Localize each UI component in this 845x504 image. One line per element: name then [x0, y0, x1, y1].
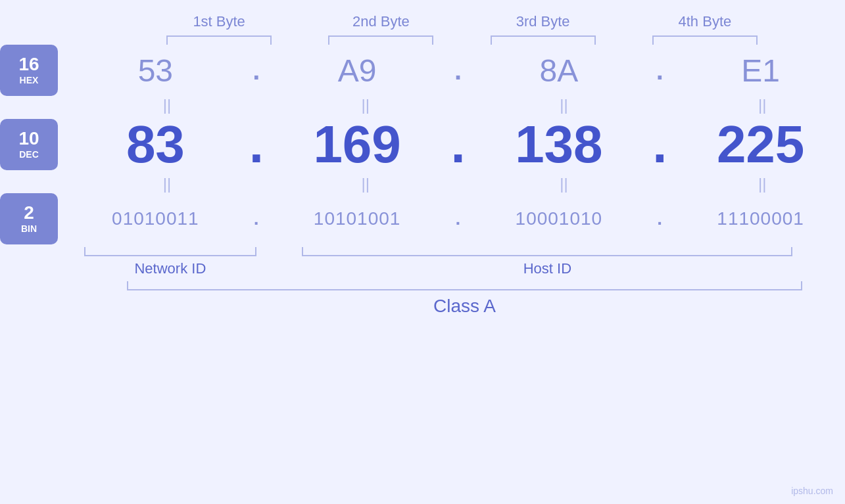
hex-val-3: 8A	[475, 53, 644, 89]
bracket-top-2	[328, 35, 433, 45]
bracket-top-1	[166, 35, 272, 45]
eq2-3: ||	[481, 175, 647, 193]
hex-dot-3: .	[643, 57, 676, 83]
hex-badge: 16 HEX	[0, 45, 58, 96]
bin-row: 2 BIN 01010011 . 10101001 . 10001010 . 1…	[0, 193, 845, 244]
dec-val-2: 169	[273, 114, 442, 175]
class-bracket	[127, 281, 802, 290]
bin-val-4: 11100001	[676, 208, 845, 229]
dec-dot-2: .	[442, 118, 475, 171]
eq2-2: ||	[283, 175, 448, 193]
dec-base-num: 10	[18, 129, 39, 148]
hex-cells: 53 . A9 . 8A . E1	[71, 53, 845, 89]
host-id-col: Host ID	[289, 247, 806, 277]
eq2-1: ||	[84, 175, 250, 193]
bin-badge: 2 BIN	[0, 193, 58, 244]
byte-col-2: 2nd Byte	[320, 13, 442, 45]
dec-val-4: 225	[676, 114, 845, 175]
bin-val-3: 10001010	[475, 208, 644, 229]
bin-dot-1: .	[240, 210, 273, 228]
bin-dot-2: .	[442, 210, 475, 228]
eq2-4: ||	[679, 175, 845, 193]
host-id-label: Host ID	[523, 260, 571, 277]
hex-base-num: 16	[18, 55, 39, 74]
watermark: ipshu.com	[791, 486, 833, 496]
equals-row-2: || || || ||	[0, 175, 845, 193]
network-id-col: Network ID	[84, 247, 256, 277]
hex-row: 16 HEX 53 . A9 . 8A . E1	[0, 45, 845, 96]
byte-header-4: 4th Byte	[679, 13, 732, 30]
dec-dot-1: .	[240, 118, 273, 171]
byte-header-2: 2nd Byte	[352, 13, 410, 30]
main-container: 1st Byte 2nd Byte 3rd Byte 4th Byte 16 H…	[0, 0, 845, 504]
dec-badge: 10 DEC	[0, 119, 58, 170]
byte-header-1: 1st Byte	[193, 13, 245, 30]
dec-val-3: 138	[475, 114, 644, 175]
bin-cells: 01010011 . 10101001 . 10001010 . 1110000…	[71, 208, 845, 229]
class-a-label: Class A	[433, 296, 496, 317]
hex-val-2: A9	[273, 53, 442, 89]
network-bracket	[84, 247, 256, 256]
network-id-label: Network ID	[134, 260, 206, 277]
bracket-top-4	[652, 35, 758, 45]
dec-cells: 83 . 169 . 138 . 225	[71, 114, 845, 175]
bin-val-2: 10101001	[273, 208, 442, 229]
byte-headers-row: 1st Byte 2nd Byte 3rd Byte 4th Byte	[0, 13, 845, 45]
dec-row: 10 DEC 83 . 169 . 138 . 225	[0, 114, 845, 175]
class-row: Class A	[0, 281, 845, 317]
class-bracket-container: Class A	[124, 281, 806, 317]
eq1-4: ||	[679, 96, 845, 114]
hex-dot-2: .	[442, 57, 475, 83]
hex-val-1: 53	[71, 53, 240, 89]
bracket-top-3	[491, 35, 596, 45]
bin-base-label: BIN	[21, 223, 37, 234]
bin-base-num: 2	[24, 204, 34, 222]
eq1-1: ||	[84, 96, 250, 114]
byte-col-3: 3rd Byte	[482, 13, 604, 45]
hex-base-label: HEX	[20, 75, 39, 85]
equals-row-1: || || || ||	[0, 96, 845, 114]
byte-header-3: 3rd Byte	[516, 13, 570, 30]
hex-val-4: E1	[676, 53, 845, 89]
byte-col-1: 1st Byte	[158, 13, 280, 45]
dec-base-label: DEC	[19, 149, 39, 160]
eq1-3: ||	[481, 96, 647, 114]
dec-val-1: 83	[71, 114, 240, 175]
host-bracket	[302, 247, 792, 256]
eq1-2: ||	[283, 96, 448, 114]
bin-val-1: 01010011	[71, 208, 240, 229]
dec-dot-3: .	[643, 118, 676, 171]
bin-dot-3: .	[643, 210, 676, 228]
byte-col-4: 4th Byte	[644, 13, 766, 45]
bracket-labels-row: Network ID Host ID	[0, 247, 845, 277]
hex-dot-1: .	[240, 57, 273, 83]
